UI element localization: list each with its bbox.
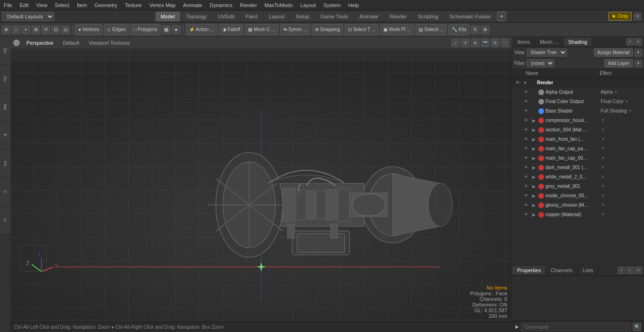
menu-item[interactable]: Item [73, 1, 91, 9]
eye-toggle-base-shader[interactable]: 👁 [522, 107, 530, 115]
menu-animate[interactable]: Animate [179, 1, 206, 9]
main-fan-cap-pa-dropdown-icon[interactable]: ▼ [601, 146, 605, 151]
glossy-chrome-dropdown-icon[interactable]: ▼ [601, 203, 605, 208]
rp-bot-plus-icon[interactable]: + [618, 267, 625, 274]
toolbar-rotate-icon[interactable]: ↻ [471, 25, 479, 34]
rp-tab-shading[interactable]: Shading [563, 38, 592, 46]
rp-bot-tab-properties[interactable]: Properties [512, 266, 546, 275]
shader-item-main-fan-cap-pa[interactable]: 👁 ▶ main_fan_cap_pa... ▼ [512, 144, 644, 154]
shader-item-white-metall[interactable]: 👁 ▶ white_metall_2_0... ▼ [512, 172, 644, 182]
toolbar-select-btn[interactable]: ⊡ Select T ... [345, 24, 379, 35]
rp-tab-items[interactable]: Items [512, 38, 535, 46]
sidebar-tab-u[interactable]: U [0, 206, 10, 235]
viewport-default-label[interactable]: Default [60, 39, 82, 47]
shader-item-render[interactable]: 👁 ▼ Render [512, 78, 644, 88]
menu-select[interactable]: Select [51, 1, 73, 9]
layout-tab-topology[interactable]: Topology [181, 12, 212, 21]
shader-item-final-color[interactable]: 👁 Final Color Output Final Color▼ [512, 97, 644, 106]
shader-item-main-fan-cap-00[interactable]: 👁 ▶ main_fan_cap_00... ▼ [512, 154, 644, 163]
assign-material-button[interactable]: Assign Material [594, 49, 633, 57]
rp-bot-tab-lists[interactable]: Lists [578, 266, 599, 275]
shader-item-main-front-fan[interactable]: 👁 ▶ main_front_fan (... ▼ [512, 135, 644, 144]
expand-compressor[interactable]: ▶ [530, 117, 537, 124]
layout-tab-uvedit[interactable]: UVEdit [213, 12, 239, 21]
eye-toggle-compressor[interactable]: 👁 [522, 116, 530, 125]
menu-view[interactable]: View [33, 1, 51, 9]
filter-select[interactable]: (none) [527, 59, 554, 67]
layout-tab-schematic-fusion[interactable]: Schematic Fusion [445, 12, 496, 21]
toolbar-action-btn[interactable]: ⚡ Action ... [186, 24, 217, 35]
layout-tab-animate[interactable]: Animate [354, 12, 383, 21]
eye-toggle-final-color[interactable]: 👁 [522, 97, 530, 106]
add-layer-dropdown-icon[interactable]: ▼ [635, 60, 642, 67]
menu-layout[interactable]: Layout [297, 1, 320, 9]
expand-inside-chrome[interactable]: ▶ [530, 193, 537, 199]
add-layout-button[interactable]: + [497, 11, 506, 21]
toolbar-square-icon[interactable]: ▦ [162, 25, 171, 34]
dark-metall-dropdown-icon[interactable]: ▼ [601, 165, 605, 170]
alpha-dropdown-icon[interactable]: ▼ [614, 90, 619, 95]
base-shader-dropdown-icon[interactable]: ▼ [628, 109, 633, 113]
command-input[interactable] [521, 323, 631, 331]
viewport-textures-label[interactable]: Viewport Textures [86, 39, 132, 47]
toolbar-edges-btn[interactable]: ◇ Edges [104, 24, 129, 35]
viewport-perspective-label[interactable]: Perspective [24, 39, 56, 47]
rp-settings-icon[interactable]: ≡ [635, 38, 642, 46]
expand-main-front-fan[interactable]: ▶ [530, 136, 537, 143]
expand-glossy-chrome[interactable]: ▶ [530, 202, 537, 209]
rp-tab-mesh[interactable]: Mesh ... [535, 38, 563, 46]
expand-main-fan-cap-00[interactable]: ▶ [530, 155, 537, 162]
menu-system[interactable]: System [320, 1, 345, 9]
rp-expand-icon[interactable]: ⤢ [626, 38, 634, 46]
command-arrow-icon[interactable]: ▶ [515, 324, 519, 329]
toolbar-polygons-btn[interactable]: □ Polygons [131, 24, 161, 35]
toolbar-workplane-btn[interactable]: ▣ Work Pl ... [380, 24, 414, 35]
viewport-dot-btn[interactable] [13, 40, 20, 46]
layout-tab-game-tools[interactable]: Game Tools [315, 12, 354, 21]
command-search-icon[interactable]: 🔍 [633, 323, 641, 331]
sidebar-tab-me[interactable]: Me [0, 93, 10, 121]
toolbar-snapping-btn[interactable]: ⊕ Snapping [312, 24, 343, 35]
shader-item-section004[interactable]: 👁 ▶ section_004 (Mat ... ▼ [512, 125, 644, 135]
toolbar-mesh-btn[interactable]: ▦ Mesh C ... [245, 24, 278, 35]
menu-dynamics[interactable]: Dynamics [206, 1, 236, 9]
eye-toggle-dark-metall[interactable]: 👁 [522, 163, 530, 172]
final-color-dropdown-icon[interactable]: ▼ [624, 99, 629, 104]
eye-toggle-inside-chrome[interactable]: 👁 [522, 192, 530, 200]
toolbar-world-icon[interactable]: ⊕ [481, 25, 489, 34]
add-layer-button[interactable]: Add Layer [604, 59, 633, 67]
toolbar-icon-4[interactable]: ⊞ [32, 25, 40, 34]
layout-tab-layout[interactable]: Layout [264, 12, 289, 21]
viewport-more-icon[interactable]: ⋯ [501, 39, 509, 47]
shader-item-compressor[interactable]: 👁 ▶ compressor_housi... ▼ [512, 116, 644, 125]
shader-item-copper[interactable]: 👁 ▶ copper (Material) ▼ [512, 210, 644, 219]
sidebar-tab-c[interactable]: C [0, 178, 10, 206]
compressor-dropdown-icon[interactable]: ▼ [601, 118, 605, 123]
expand-grey-metall[interactable]: ▶ [530, 183, 537, 190]
expand-render[interactable]: ▼ [522, 80, 528, 86]
viewport-camera-icon[interactable]: 📷 [481, 39, 489, 47]
toolbar-kits-btn[interactable]: 🔧 Kits [448, 24, 470, 35]
layout-dropdown[interactable]: Default Layouts [2, 12, 54, 21]
menu-vertex-map[interactable]: Vertex Map [146, 1, 180, 9]
toolbar-icon-2[interactable]: ○ [12, 25, 20, 34]
layout-tab-paint[interactable]: Paint [240, 12, 263, 21]
menu-render[interactable]: Render [236, 1, 261, 9]
viewport-resize-icon[interactable]: ⤢ [451, 39, 460, 47]
white-metall-dropdown-icon[interactable]: ▼ [601, 175, 605, 179]
eye-toggle-alpha[interactable]: 👁 [522, 88, 530, 97]
inside-chrome-dropdown-icon[interactable]: ▼ [601, 194, 605, 198]
toolbar-symm-btn[interactable]: ⇆ Symm ... [280, 24, 310, 35]
shader-item-alpha-output[interactable]: 👁 Alpha Output Alpha▼ [512, 88, 644, 97]
toolbar-icon-3[interactable]: ⌖ [22, 25, 30, 34]
eye-toggle-main-fan-cap-pa[interactable]: 👁 [522, 145, 530, 153]
expand-dark-metall[interactable]: ▶ [530, 164, 537, 171]
toolbar-sphere-icon[interactable]: ● [172, 25, 181, 34]
viewport-zoom-icon[interactable]: ⊕ [471, 39, 479, 47]
main-front-fan-dropdown-icon[interactable]: ▼ [601, 137, 605, 142]
viewport-settings-icon[interactable]: ⚙ [491, 39, 499, 47]
eye-toggle-main-front-fan[interactable]: 👁 [522, 135, 530, 144]
assign-mat-dropdown-icon[interactable]: ▼ [635, 49, 642, 57]
rp-bot-expand-icon[interactable]: ⤢ [626, 267, 634, 274]
shader-item-base-shader[interactable]: 👁 Base Shader Full Shading▼ [512, 106, 644, 116]
